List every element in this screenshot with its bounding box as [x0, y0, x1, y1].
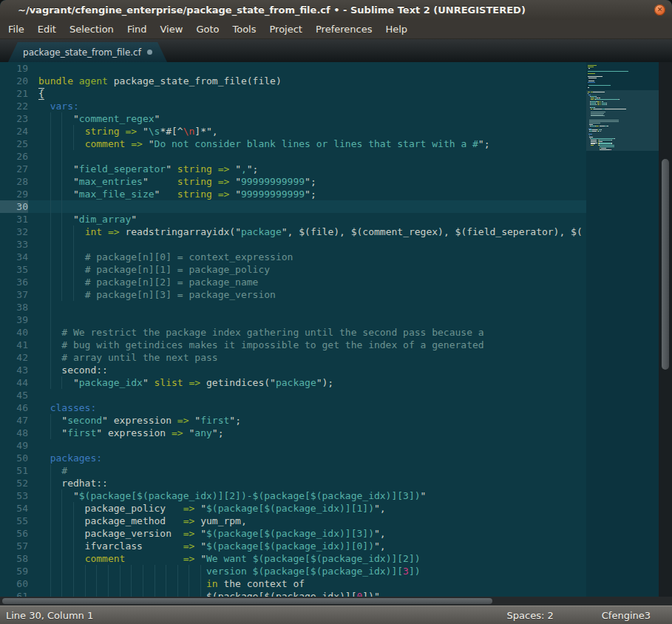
code-line[interactable]: 27 "field_seperator" string => ","; [0, 163, 586, 175]
code-line[interactable]: 19 [0, 62, 586, 75]
line-number[interactable]: 34 [0, 251, 28, 263]
code-line[interactable]: 58 comment => "We want $(package[$(packa… [0, 552, 586, 565]
line-number[interactable]: 44 [0, 376, 28, 389]
code-area[interactable]: 1920bundle agent package_state_from_file… [0, 62, 586, 597]
code-line[interactable]: 49 [0, 439, 586, 452]
menu-item-goto[interactable]: Goto [189, 24, 225, 35]
code-line[interactable]: 21{ [0, 87, 586, 100]
line-number[interactable]: 25 [0, 138, 28, 150]
line-number[interactable]: 20 [0, 75, 28, 87]
code-line[interactable]: 39 [0, 313, 586, 326]
minimap-viewport[interactable] [586, 90, 659, 151]
close-button[interactable]: ✕ [654, 4, 665, 16]
line-number[interactable]: 45 [0, 389, 28, 401]
code-line[interactable]: 34 # package[n][0] = context_expression [0, 251, 586, 263]
code-line[interactable]: 29 "max_file_size" string => "9999999999… [0, 188, 586, 200]
code-line[interactable]: 55 package_method => yum_rpm, [0, 515, 586, 527]
line-number[interactable]: 41 [0, 339, 28, 351]
code-line[interactable]: 24 string => "\s*#[^\n]*", [0, 125, 586, 138]
code-line[interactable]: 54 package_policy => "$(package[$(packag… [0, 502, 586, 515]
code-line[interactable]: 43 second:: [0, 364, 586, 376]
line-number[interactable]: 37 [0, 288, 28, 301]
code-line[interactable]: 48 "first" expression => "any"; [0, 427, 586, 439]
line-number[interactable]: 26 [0, 150, 28, 163]
line-number[interactable]: 49 [0, 439, 28, 452]
line-number[interactable]: 31 [0, 213, 28, 225]
line-number[interactable]: 52 [0, 477, 28, 489]
code-line[interactable]: 37 # package[n][3] = package_version [0, 288, 586, 301]
line-number[interactable]: 21 [0, 87, 28, 100]
code-line[interactable]: 38 [0, 301, 586, 313]
line-number[interactable]: 35 [0, 263, 28, 276]
line-number[interactable]: 56 [0, 527, 28, 540]
code-line[interactable]: 32 int => readstringarrayidx("package", … [0, 225, 586, 238]
line-number[interactable]: 58 [0, 552, 28, 565]
line-number[interactable]: 54 [0, 502, 28, 515]
line-number[interactable]: 46 [0, 401, 28, 414]
menu-item-selection[interactable]: Selection [63, 24, 121, 35]
line-number[interactable]: 36 [0, 276, 28, 288]
syntax-mode[interactable]: Cfengine3 [602, 610, 651, 621]
code-line[interactable]: 52 redhat:: [0, 477, 586, 489]
line-number[interactable]: 32 [0, 225, 28, 238]
code-line[interactable]: 56 package_version => "$(package[$(packa… [0, 527, 586, 540]
menu-item-file[interactable]: File [1, 24, 31, 35]
code-line[interactable]: 41 # bug with getindices makes it imposs… [0, 339, 586, 351]
line-number[interactable]: 59 [0, 565, 28, 577]
code-line[interactable]: 28 "max_entries" string => "99999999999"… [0, 175, 586, 188]
line-number[interactable]: 39 [0, 313, 28, 326]
code-line[interactable]: 22 vars: [0, 100, 586, 112]
code-line[interactable]: 20bundle agent package_state_from_file(f… [0, 75, 586, 87]
code-line[interactable]: 50 packages: [0, 452, 586, 464]
code-line[interactable]: 25 comment => "Do not consider blank lin… [0, 138, 586, 150]
line-number[interactable]: 30 [0, 200, 28, 213]
code-line[interactable]: 23 "comment_regex" [0, 112, 586, 125]
code-line[interactable]: 59 version $(package[$(package_idx)][3]) [0, 565, 586, 577]
line-number[interactable]: 43 [0, 364, 28, 376]
code-line[interactable]: 35 # package[n][1] = package_policy [0, 263, 586, 276]
line-number[interactable]: 47 [0, 414, 28, 427]
line-number[interactable]: 57 [0, 540, 28, 552]
menu-item-preferences[interactable]: Preferences [309, 24, 379, 35]
code-line[interactable]: 45 [0, 389, 586, 401]
line-number[interactable]: 24 [0, 125, 28, 138]
line-number[interactable]: 50 [0, 452, 28, 464]
code-line[interactable]: 30 [0, 200, 586, 213]
menu-item-find[interactable]: Find [121, 24, 154, 35]
code-line[interactable]: 33 [0, 238, 586, 251]
line-number[interactable]: 61 [0, 590, 28, 597]
menu-item-help[interactable]: Help [379, 24, 414, 35]
titlebar[interactable]: ~/vagrant/cfengine_enterprise/package_st… [0, 0, 672, 21]
code-line[interactable]: 61 $(package[$(package_idx)][0])" [0, 590, 586, 597]
vertical-scrollbar[interactable] [659, 62, 672, 597]
code-line[interactable]: 44 "package_idx" slist => getindices("pa… [0, 376, 586, 389]
line-number[interactable]: 23 [0, 112, 28, 125]
code-line[interactable]: 42 # array until the next pass [0, 351, 586, 364]
menu-item-tools[interactable]: Tools [225, 24, 262, 35]
code-line[interactable]: 36 # package[n][2] = package_name [0, 276, 586, 288]
line-number[interactable]: 28 [0, 175, 28, 188]
menu-item-project[interactable]: Project [262, 24, 308, 35]
line-number[interactable]: 40 [0, 326, 28, 339]
line-number[interactable]: 29 [0, 188, 28, 200]
line-number[interactable]: 51 [0, 464, 28, 477]
code-line[interactable]: 47 "second" expression => "first"; [0, 414, 586, 427]
menu-item-edit[interactable]: Edit [31, 24, 63, 35]
line-number[interactable]: 53 [0, 489, 28, 502]
code-line[interactable]: 40 # We restrict the package index gathe… [0, 326, 586, 339]
code-line[interactable]: 26 [0, 150, 586, 163]
line-number[interactable]: 38 [0, 301, 28, 313]
indent-setting[interactable]: Spaces: 2 [507, 610, 554, 621]
line-number[interactable]: 33 [0, 238, 28, 251]
tab-package-state-from-file[interactable]: package_state_from_file.cf [8, 42, 167, 62]
horizontal-scrollbar[interactable] [0, 597, 672, 606]
code-line[interactable]: 51 # [0, 464, 586, 477]
line-number[interactable]: 48 [0, 427, 28, 439]
line-number[interactable]: 42 [0, 351, 28, 364]
code-line[interactable]: 57 ifvarclass => "$(package[$(package_id… [0, 540, 586, 552]
line-number[interactable]: 22 [0, 100, 28, 112]
minimap[interactable] [586, 62, 659, 597]
code-line[interactable]: 60 in the context of [0, 577, 586, 590]
menu-item-view[interactable]: View [154, 24, 190, 35]
code-line[interactable]: 31 "dim_array" [0, 213, 586, 225]
